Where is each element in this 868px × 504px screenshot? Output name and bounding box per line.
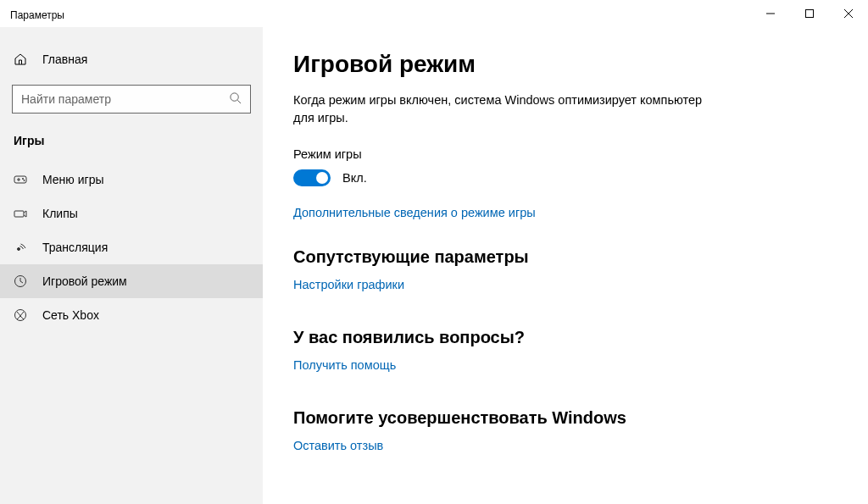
search-input[interactable] (21, 92, 229, 106)
help-heading: У вас появились вопросы? (293, 328, 837, 347)
search-box[interactable] (12, 85, 251, 114)
page-title: Игровой режим (293, 51, 837, 78)
svg-rect-1 (806, 10, 814, 18)
sidebar-item-captures[interactable]: Клипы (0, 197, 263, 230)
window-controls (751, 0, 868, 27)
content: Главная Игры Меню игры (0, 27, 868, 504)
sidebar-item-label: Игровой режим (42, 274, 127, 288)
nav-home-label: Главная (42, 53, 87, 66)
sidebar-item-label: Клипы (42, 207, 78, 220)
sidebar-item-label: Трансляция (42, 241, 108, 254)
page-description: Когда режим игры включен, система Window… (293, 91, 717, 127)
captures-icon (14, 207, 27, 220)
main-panel: Игровой режим Когда режим игры включен, … (263, 27, 868, 504)
graphics-settings-link[interactable]: Настройки графики (293, 278, 404, 291)
home-icon (14, 53, 27, 66)
sidebar-group-header: Игры (0, 122, 263, 156)
sidebar-item-label: Меню игры (42, 173, 104, 186)
svg-rect-11 (14, 211, 24, 217)
svg-point-12 (18, 248, 20, 251)
game-mode-toggle-label: Режим игры (293, 147, 837, 161)
feedback-heading: Помогите усовершенствовать Windows (293, 408, 837, 428)
svg-point-4 (231, 92, 238, 100)
xbox-icon (14, 308, 27, 322)
learn-more-link[interactable]: Дополнительные сведения о режиме игры (293, 206, 536, 219)
broadcast-icon (14, 241, 27, 254)
sidebar-item-game-bar[interactable]: Меню игры (0, 163, 263, 197)
game-mode-icon (14, 274, 27, 288)
toggle-knob (316, 172, 328, 184)
svg-line-5 (237, 100, 241, 103)
game-mode-toggle[interactable] (293, 169, 331, 186)
minimize-button[interactable] (751, 0, 790, 27)
maximize-button[interactable] (790, 0, 829, 27)
nav-list: Меню игры Клипы Трансляция (0, 163, 263, 332)
game-bar-icon (14, 173, 27, 186)
close-button[interactable] (829, 0, 868, 27)
search-icon (229, 91, 242, 108)
svg-point-9 (22, 178, 23, 179)
svg-point-16 (15, 310, 26, 321)
sidebar-item-game-mode[interactable]: Игровой режим (0, 264, 263, 298)
window-title: Параметры (10, 6, 64, 21)
sidebar: Главная Игры Меню игры (0, 27, 263, 504)
titlebar: Параметры (0, 0, 868, 27)
svg-point-10 (24, 180, 25, 180)
svg-line-15 (20, 281, 23, 283)
game-mode-toggle-row: Вкл. (293, 169, 837, 186)
sidebar-item-xbox-networking[interactable]: Сеть Xbox (0, 298, 263, 332)
give-feedback-link[interactable]: Оставить отзыв (293, 439, 383, 452)
sidebar-item-label: Сеть Xbox (42, 308, 99, 322)
nav-home[interactable]: Главная (0, 44, 263, 75)
sidebar-item-broadcasting[interactable]: Трансляция (0, 230, 263, 264)
get-help-link[interactable]: Получить помощь (293, 358, 396, 372)
game-mode-toggle-state: Вкл. (342, 171, 367, 185)
related-settings-heading: Сопутствующие параметры (293, 247, 837, 267)
